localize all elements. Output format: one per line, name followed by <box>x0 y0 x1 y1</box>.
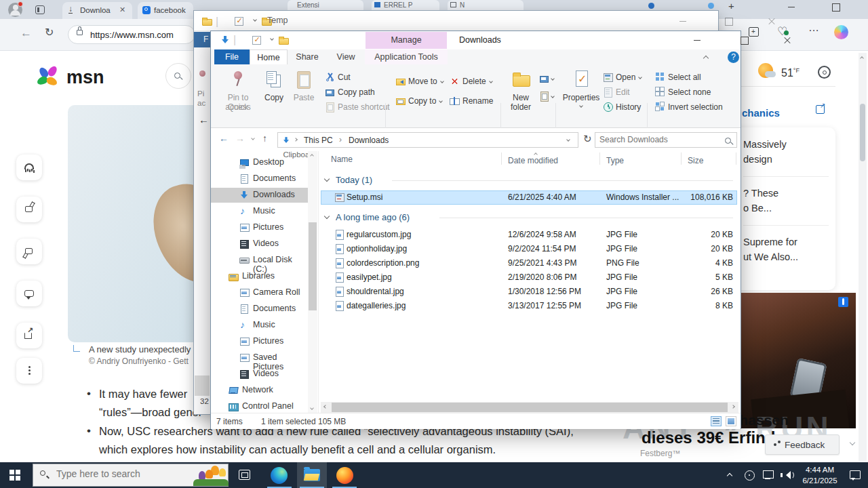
tab-share[interactable]: Share <box>288 49 327 64</box>
properties-quick-icon[interactable] <box>235 17 243 26</box>
temp-scrollbar-fragment[interactable] <box>195 375 210 396</box>
paste-shortcut-button[interactable]: Paste shortcut <box>325 100 390 113</box>
profile-avatar-icon[interactable] <box>8 3 22 17</box>
tray-volume-icon[interactable] <box>781 470 791 480</box>
quick-access-chevron-icon[interactable] <box>253 18 257 22</box>
file-group-header[interactable]: Today (1) <box>321 173 737 188</box>
start-button[interactable] <box>0 462 30 488</box>
close-button[interactable] <box>767 16 776 26</box>
edit-button[interactable]: Edit <box>603 85 630 98</box>
collapse-ribbon-icon[interactable] <box>703 56 709 61</box>
sidebar-item-documents[interactable]: Documents <box>211 302 308 317</box>
column-date-modified[interactable]: Date modified <box>508 156 558 165</box>
file-row[interactable]: Setup.msi6/21/2025 4:40 AMWindows Instal… <box>321 190 737 205</box>
pin-to-quick-access-button[interactable]: Pin to Quick access <box>217 68 259 117</box>
sidebar-item-libraries[interactable]: Libraries <box>211 269 308 284</box>
browser-minimize-button[interactable] <box>787 2 796 12</box>
msn-search-button[interactable] <box>165 63 191 89</box>
file-row[interactable]: regularcustom.jpg12/6/2024 9:58 AMJPG Fi… <box>321 228 737 242</box>
taskbar-firefox-icon[interactable] <box>330 462 359 488</box>
tray-overflow-icon[interactable] <box>727 473 732 479</box>
tab-file[interactable]: File <box>214 49 250 64</box>
address-bar[interactable]: https://www.msn.com <box>68 25 195 44</box>
sidebar-item-pictures[interactable]: Pictures <box>211 220 308 235</box>
msn-logo-icon[interactable] <box>37 66 66 90</box>
horizontal-scrollbar[interactable] <box>321 402 738 413</box>
easy-access-button[interactable] <box>539 89 554 102</box>
tab-fragment[interactable]: Extensi <box>288 0 363 10</box>
rename-button[interactable]: Rename <box>450 94 493 106</box>
select-all-button[interactable]: Select all <box>655 70 701 83</box>
share-button[interactable] <box>16 323 42 348</box>
feedback-button[interactable]: Feedback <box>765 434 840 455</box>
action-center-icon[interactable] <box>850 470 861 480</box>
file-row[interactable]: dategalleries.jpg3/13/2017 12:55 PMJPG F… <box>321 299 737 313</box>
column-size[interactable]: Size <box>688 156 703 165</box>
back-icon[interactable]: ← <box>219 133 229 144</box>
sidebar-item-network[interactable]: Network <box>211 383 308 398</box>
up-icon[interactable]: ↑ <box>262 133 267 144</box>
search-icon[interactable] <box>724 137 733 146</box>
search-input[interactable] <box>599 135 715 144</box>
group-collapse-icon[interactable] <box>324 176 330 182</box>
settings-menu-icon[interactable]: … <box>808 22 820 34</box>
copy-path-button[interactable]: Copy path <box>325 85 375 98</box>
open-in-new-icon[interactable]: ↗ <box>816 105 825 114</box>
forward-icon[interactable]: → <box>235 133 245 144</box>
temp-titlebar[interactable]: | Temp <box>194 11 718 31</box>
gear-icon[interactable] <box>818 66 831 79</box>
tab-fragment[interactable]: ERREL P <box>372 0 439 10</box>
browser-tab-facebook[interactable]: facebook <box>138 2 193 19</box>
sidebar-item-music[interactable]: Music <box>211 204 308 219</box>
details-view-button[interactable] <box>711 416 722 426</box>
explorer-titlebar[interactable]: | Manage Downloads <box>211 31 741 49</box>
back-icon[interactable]: ← <box>20 26 32 40</box>
nav-scrollbar[interactable] <box>308 151 317 413</box>
new-folder-quick-icon[interactable] <box>279 35 288 45</box>
taskbar-edge-icon[interactable] <box>264 462 294 488</box>
maximize-button[interactable] <box>739 35 749 45</box>
copy-to-button[interactable]: Copy to <box>395 94 442 106</box>
close-button[interactable] <box>783 35 792 45</box>
search-highlight-image[interactable] <box>193 464 229 486</box>
tab-application-tools[interactable]: Application Tools <box>365 49 448 64</box>
taskbar-search-input[interactable] <box>56 468 178 479</box>
maximize-button[interactable] <box>724 16 733 26</box>
browser-tab-downloads[interactable]: ↓ Downloa ✕ <box>62 2 132 19</box>
sidebar-item-saved-pictures[interactable]: Saved Pictures <box>211 350 308 365</box>
new-item-button[interactable] <box>539 72 554 84</box>
file-group-header[interactable]: A long time ago (6) <box>321 210 737 225</box>
address-breadcrumb-bar[interactable]: This PC › Downloads <box>277 132 578 148</box>
paste-button[interactable]: Paste <box>289 68 319 117</box>
column-name[interactable]: Name <box>331 155 353 164</box>
file-row[interactable]: optionholiday.jpg9/2/2024 11:54 PMJPG Fi… <box>321 242 737 256</box>
news-card-item[interactable]: ? Theseo Be... <box>743 186 829 216</box>
select-none-button[interactable]: Select none <box>655 85 711 98</box>
temp-back-icon[interactable]: ← <box>199 114 209 125</box>
collections-icon[interactable]: + <box>749 27 759 37</box>
sidebar-item-videos[interactable]: Videos <box>211 367 308 382</box>
comments-button[interactable] <box>16 281 42 306</box>
new-folder-button[interactable]: New folder <box>505 68 537 117</box>
tab-home[interactable]: Home <box>250 49 288 64</box>
card-header-fragment[interactable]: chanics <box>742 107 780 119</box>
refresh-icon[interactable]: ↻ <box>583 133 592 145</box>
sidebar-item-downloads[interactable]: Downloads <box>211 188 308 203</box>
tab-view[interactable]: View <box>327 49 365 64</box>
taskbar-search-box[interactable] <box>33 464 229 487</box>
task-view-button[interactable] <box>231 462 260 488</box>
more-options-button[interactable] <box>16 358 42 384</box>
tab-actions-icon[interactable] <box>35 5 45 14</box>
breadcrumb-downloads[interactable]: Downloads <box>349 136 389 145</box>
properties-button[interactable]: Properties <box>562 68 600 117</box>
taskbar-explorer-icon[interactable] <box>297 462 327 488</box>
tray-network-icon[interactable] <box>763 470 774 480</box>
tray-clock[interactable]: 4:44 AM 6/21/2025 <box>797 464 842 486</box>
group-collapse-icon[interactable] <box>324 214 330 219</box>
thumbs-down-button[interactable] <box>16 239 42 264</box>
address-dropdown-icon[interactable] <box>566 138 570 142</box>
sidebar-item-camera-roll[interactable]: Camera Roll <box>211 285 308 300</box>
news-card-item[interactable]: Massivelydesign <box>743 137 829 167</box>
file-row[interactable]: shouldrental.jpg1/30/2018 12:56 PMJPG Fi… <box>321 285 737 299</box>
minimize-button[interactable] <box>692 35 702 45</box>
